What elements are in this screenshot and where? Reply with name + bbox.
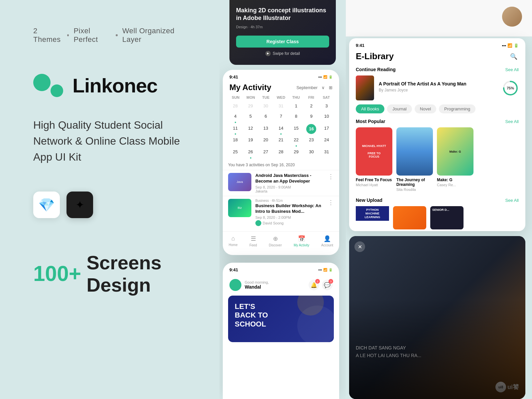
cal-28: 28	[232, 101, 238, 111]
reading-book-title: A Portrait Of The Artist As A Young Man	[379, 81, 497, 87]
morning-battery-icon: 🔋	[329, 268, 332, 272]
tab-journal[interactable]: Journal	[387, 104, 412, 113]
cal-11: 11	[232, 124, 238, 133]
notification-bell[interactable]: 🔔 2	[309, 280, 319, 290]
chat-count: 3	[329, 279, 333, 284]
book-card-make[interactable]: Make: G Make: G Casey Re...	[437, 127, 473, 192]
nav-discover-label: Discover	[269, 243, 282, 247]
morning-status-time: 9:41	[229, 267, 238, 272]
cal-18: 18	[232, 135, 238, 145]
upload-orange-cover[interactable]	[393, 206, 426, 229]
day-fri: FRI	[304, 95, 319, 99]
month-label: September	[296, 85, 318, 90]
cal-17: 17	[324, 124, 330, 133]
status-icons: ▪▪▪ 📶 🔋	[318, 75, 332, 79]
tagline-layer: Well Organized Layer	[122, 27, 186, 44]
cal-25: 25	[232, 147, 238, 157]
cal-29: 29	[247, 101, 253, 111]
dot-2	[116, 34, 117, 36]
continue-reading-section: A Portrait Of The Artist As A Young Man …	[349, 75, 525, 104]
make-book-title: Make: G	[437, 178, 473, 182]
elib-status-icons: ▪▪▪ 📶 🔋	[502, 43, 519, 48]
nav-discover[interactable]: ⊕ Discover	[269, 235, 282, 247]
cal-21: 21	[278, 135, 284, 145]
activity-info-1: Android Java Masterclass - Become an App…	[255, 173, 324, 193]
bottom-nav: ⌂ Home ☰ Feed ⊕ Discover 📅 My Activity 👤…	[223, 231, 339, 248]
activity-date-1: Sep 8, 2020 - 9:00AM	[255, 185, 324, 189]
cal-16: 16	[306, 124, 316, 134]
close-icon[interactable]: ✕	[354, 241, 365, 252]
activity-name-1: Android Java Masterclass - Become an App…	[255, 173, 324, 184]
host-name: David Soong	[263, 221, 284, 225]
tab-programming[interactable]: Programming	[439, 104, 475, 113]
cal-20: 20	[263, 135, 269, 145]
day-tue: TUE	[258, 95, 273, 99]
upload-third-text: SENIOR D...	[430, 206, 464, 213]
journey-book-art	[396, 127, 433, 176]
nav-home[interactable]: ⌂ Home	[229, 235, 238, 247]
wifi-icon: 📶	[323, 75, 327, 79]
popular-books-grid: MICHAEL HYATTFREE TOFOCUS Feel Free To F…	[349, 127, 525, 192]
upload-python-cover[interactable]: PYTHONMACHINELEARNING	[356, 206, 389, 229]
morning-signal-icon: ▪▪▪	[318, 268, 322, 272]
calendar: SUN MON TUE WED THU FRI SAT 28 29 30 31 …	[223, 95, 339, 159]
cal-31: 31	[278, 101, 284, 111]
course-card: Making 2D concept illustrations in Adobe…	[229, 0, 336, 65]
home-icon: ⌂	[231, 235, 235, 242]
logo-circle-big	[33, 74, 51, 91]
center-panel: Making 2D concept illustrations in Adobe…	[219, 0, 346, 399]
new-upload-label: New Upload	[356, 198, 382, 203]
elib-status-bar: 9:41 ▪▪▪ 📶 🔋	[349, 38, 525, 50]
reading-progress: 75%	[502, 80, 519, 96]
sketch-icon: 💎	[38, 197, 55, 213]
cal-6: 6	[264, 112, 268, 121]
day-thu: THU	[289, 95, 304, 99]
tab-novel[interactable]: Novel	[415, 104, 436, 113]
focus-text: MICHAEL HYATTFREE TOFOCUS	[362, 144, 386, 159]
activity-tag-2: Business · 4h 51m	[255, 199, 324, 202]
list-item: Biz Business · 4h 51m Business Builder W…	[223, 196, 339, 229]
more-options-icon[interactable]: ⋮	[328, 173, 334, 180]
cal-23: 23	[308, 135, 314, 145]
top-profile-avatar	[502, 7, 522, 27]
biz-thumb-image: Biz	[228, 199, 251, 217]
cal-24: 24	[324, 135, 330, 145]
cal-3: 3	[325, 101, 329, 111]
morning-notifications: 🔔 2 💬 3	[309, 280, 332, 290]
cal-14: 14	[278, 124, 284, 133]
grid-icon: ⊞	[329, 85, 332, 90]
continue-see-all[interactable]: See All	[505, 67, 519, 72]
tab-all-books[interactable]: All Books	[356, 104, 384, 113]
tagline: 2 Themes Pixel Perfect Well Organized La…	[33, 27, 186, 44]
activity-thumb-1: Java	[228, 173, 251, 191]
more-options-icon-2[interactable]: ⋮	[328, 199, 334, 206]
nav-account[interactable]: 👤 Account	[321, 235, 333, 247]
activity-phone: 9:41 ▪▪▪ 📶 🔋 My Activity September ∨ ⊞ S…	[223, 70, 339, 255]
register-button[interactable]: Register Class	[236, 36, 329, 48]
nav-activity[interactable]: 📅 My Activity	[294, 235, 309, 247]
nav-feed[interactable]: ☰ Feed	[249, 235, 257, 247]
cal-28b: 28	[278, 147, 284, 157]
book-card-focus[interactable]: MICHAEL HYATTFREE TOFOCUS Feel Free To F…	[356, 127, 392, 192]
make-book-art: Make: G	[437, 127, 473, 176]
list-item: Java Android Java Masterclass - Become a…	[223, 170, 339, 196]
cal-7: 7	[279, 112, 283, 121]
focus-book-title: Feel Free To Focus	[356, 178, 392, 182]
course-title: Making 2D concept illustrations in Adobe…	[236, 7, 329, 22]
search-icon[interactable]: 🔍	[509, 52, 519, 62]
host-avatar	[255, 220, 261, 226]
elib-header: E-Library 🔍	[349, 50, 525, 66]
popular-see-all[interactable]: See All	[505, 119, 519, 124]
book-card-journey[interactable]: The Journey of Dreaming Sita Rosdila	[396, 127, 433, 192]
morning-status-icons: ▪▪▪ 📶 🔋	[318, 268, 332, 272]
upload-see-all[interactable]: See All	[505, 198, 519, 203]
upload-third-cover[interactable]: SENIOR D...	[430, 206, 464, 229]
cal-27: 27	[263, 147, 269, 157]
notification-chat[interactable]: 💬 3	[322, 280, 332, 290]
journey-book-author: Sita Rosdila	[396, 188, 433, 192]
battery-icon: 🔋	[329, 75, 332, 79]
most-popular-label: Most Popular	[356, 119, 385, 124]
phone-header: My Activity September ∨ ⊞	[223, 81, 339, 95]
sketch-icon-wrap: 💎	[33, 192, 60, 218]
new-upload-header: New Upload See All	[349, 196, 525, 206]
